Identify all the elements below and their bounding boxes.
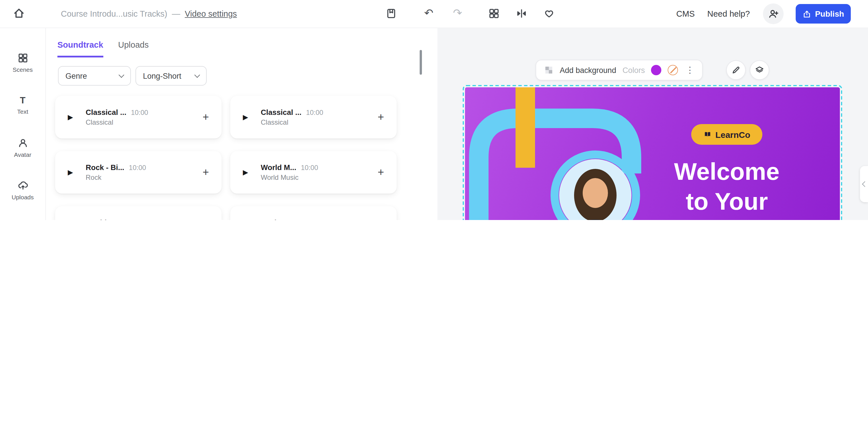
track-duration: 10:00: [306, 109, 323, 117]
scenes-icon: [18, 53, 28, 63]
brand-name: LearnCo: [715, 129, 750, 139]
split-view-button[interactable]: [516, 8, 527, 19]
save-draft-button[interactable]: [386, 8, 397, 19]
redo-button[interactable]: ↷: [453, 7, 462, 19]
track-duration: 10:00: [129, 164, 146, 172]
help-link[interactable]: Need help?: [707, 0, 750, 28]
tab-uploads[interactable]: Uploads: [118, 40, 149, 57]
canvas-toolbar: Add background Colors ⋮: [536, 60, 703, 81]
sidebar-label: Uploads: [11, 194, 34, 201]
slide-title-line: to Your: [629, 187, 825, 216]
track-play-button[interactable]: ▶: [243, 113, 248, 121]
grid-icon: [489, 8, 499, 19]
track-info: Classical ...10:00 Classical: [260, 108, 323, 126]
text-icon: T: [20, 96, 26, 106]
cms-link[interactable]: CMS: [676, 0, 694, 28]
track-title: Funk - Br...: [260, 218, 299, 220]
track-genre: Rock: [86, 174, 146, 181]
sidebar-item-uploads[interactable]: Uploads: [3, 170, 42, 211]
edit-button[interactable]: [726, 60, 746, 80]
length-filter-dropdown[interactable]: Long-Short: [135, 66, 207, 86]
layers-button[interactable]: [750, 60, 769, 80]
soundtrack-panel: Soundtrack Uploads Genre Long-Short ▶ Cl…: [46, 28, 437, 220]
track-title: Rock - Bi...: [86, 163, 124, 172]
track-add-button[interactable]: +: [378, 111, 384, 123]
no-color-swatch[interactable]: [668, 65, 678, 75]
slide-title[interactable]: Welcome to Your Course: [629, 157, 825, 220]
purple-color-swatch[interactable]: [651, 65, 662, 75]
book-icon: [703, 130, 712, 139]
track-card: ▶ Rock - Bi...10:00 Rock +: [55, 151, 222, 194]
sidebar-label: Scenes: [12, 66, 33, 73]
track-duration: 10:00: [304, 219, 321, 220]
heart-icon: [544, 8, 555, 19]
track-title: World M...: [86, 218, 121, 220]
chevron-down-icon: [194, 72, 200, 78]
track-genre: Classical: [260, 118, 323, 126]
track-card: ▶ Classical ...10:00 Classical +: [230, 96, 397, 139]
track-info: World M...10:00 World Music: [260, 163, 318, 181]
invite-button[interactable]: [763, 3, 784, 24]
add-background-button[interactable]: Add background: [560, 66, 616, 75]
track-card: ▶ Funk - Br...10:00 Funk +: [230, 206, 397, 220]
save-icon: [386, 8, 397, 19]
sidebar-item-avatar[interactable]: Avatar: [3, 127, 42, 169]
track-info: World M...10:00 World Music: [86, 218, 143, 220]
layers-icon: [755, 65, 764, 75]
grid-view-button[interactable]: [489, 8, 499, 19]
track-add-button[interactable]: +: [203, 166, 209, 179]
slide-title-line: Welcome: [629, 157, 825, 187]
person-add-icon: [768, 9, 778, 19]
track-info: Classical ...10:00 Classical: [86, 108, 148, 126]
slide-canvas[interactable]: LearnCo Welcome to Your Course INTRODUCT…: [465, 87, 840, 220]
undo-button[interactable]: ↶: [424, 7, 433, 19]
genre-filter-dropdown[interactable]: Genre: [58, 66, 131, 86]
slide-background[interactable]: LearnCo Welcome to Your Course INTRODUCT…: [465, 87, 840, 220]
favorite-button[interactable]: [544, 8, 555, 19]
sidebar-label: Avatar: [14, 151, 31, 158]
sidebar-item-text[interactable]: T Text: [3, 85, 42, 126]
track-title: Classical ...: [260, 108, 301, 117]
split-icon: [516, 8, 527, 19]
track-add-button[interactable]: +: [203, 111, 209, 123]
track-play-button[interactable]: ▶: [68, 168, 73, 176]
tab-soundtrack[interactable]: Soundtrack: [57, 40, 103, 57]
checkered-background-icon: [544, 65, 553, 75]
track-title: World M...: [260, 163, 296, 172]
app-root: Course Introdu...usic Tracks) — Video se…: [0, 0, 868, 220]
publish-button[interactable]: Publish: [796, 4, 851, 24]
title-separator: —: [172, 9, 180, 19]
colors-label: Colors: [623, 66, 645, 75]
genre-filter-label: Genre: [65, 71, 87, 80]
filters-row: Genre Long-Short: [58, 66, 207, 86]
panel-tabs: Soundtrack Uploads: [57, 40, 149, 57]
more-options-button[interactable]: ⋮: [686, 65, 694, 75]
sidebar-label: Text: [17, 108, 28, 115]
open-right-panel-handle[interactable]: [860, 166, 868, 202]
track-card: ▶ World M...10:00 World Music +: [55, 206, 222, 220]
sidebar-item-recordings[interactable]: Recordings: [3, 212, 42, 220]
track-card: ▶ Classical ...10:00 Classical +: [55, 96, 222, 139]
sidebar-item-scenes[interactable]: Scenes: [3, 42, 42, 84]
home-button[interactable]: [12, 7, 25, 20]
track-genre: World Music: [260, 174, 318, 181]
person-icon: [18, 138, 28, 148]
cloud-upload-icon: [18, 181, 28, 191]
track-card: ▶ World M...10:00 World Music +: [230, 151, 397, 194]
video-settings-link[interactable]: Video settings: [185, 9, 237, 19]
slide-title-line: Course: [629, 216, 825, 220]
track-duration: 10:00: [131, 109, 148, 117]
brand-badge[interactable]: LearnCo: [691, 124, 763, 145]
track-info: Rock - Bi...10:00 Rock: [86, 163, 146, 181]
track-play-button[interactable]: ▶: [68, 113, 73, 121]
publish-label: Publish: [815, 9, 844, 19]
stage: Add background Colors ⋮: [437, 28, 868, 220]
panel-scrollbar-thumb[interactable]: [420, 50, 422, 75]
track-play-button[interactable]: ▶: [243, 168, 248, 176]
length-filter-label: Long-Short: [143, 71, 181, 80]
track-add-button[interactable]: +: [378, 166, 384, 179]
document-title-row: Course Introdu...usic Tracks) — Video se…: [61, 0, 237, 28]
top-bar: Course Introdu...usic Tracks) — Video se…: [0, 0, 868, 28]
tools-sidebar: Scenes T Text Avatar Uploads Recordings …: [0, 28, 46, 220]
track-genre: Classical: [86, 118, 148, 126]
